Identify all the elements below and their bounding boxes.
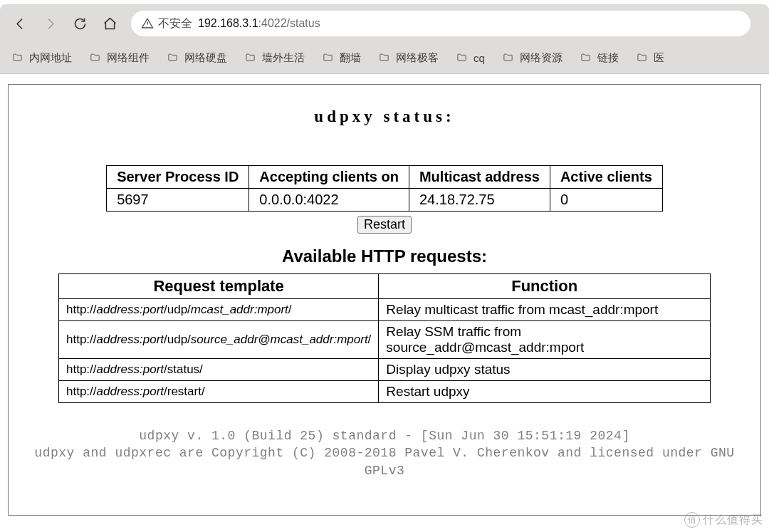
bookmark-label: 医 [654,51,664,65]
warning-icon [141,17,154,30]
bookmark-label: 网络资源 [520,51,563,65]
table-row: http://address:port/status/Display udpxy… [59,359,711,381]
security-badge[interactable]: 不安全 [141,16,192,31]
restart-button[interactable]: Restart [357,216,412,234]
bookmark-item[interactable]: 内网地址 [11,51,72,65]
back-button[interactable] [11,15,28,32]
bookmark-item[interactable]: 墙外生活 [244,51,305,65]
requests-table: Request template Function http://address… [58,273,711,403]
folder-icon [167,52,179,65]
column-header: Multicast address [409,166,550,189]
page-viewport: udpxy status: Server Process IDAccepting… [0,74,769,516]
footer-line: udpxy v. 1.0 (Build 25) standard - [Sun … [14,427,755,444]
bookmark-label: 网络组件 [107,51,150,65]
request-template-cell: http://address:port/status/ [59,359,379,381]
request-template-cell: http://address:port/restart/ [59,381,379,403]
bookmark-label: 链接 [597,51,619,65]
folder-icon [502,52,514,65]
bookmark-label: cq [474,52,485,64]
table-row: http://address:port/restart/Restart udpx… [59,381,711,403]
bookmark-label: 墙外生活 [262,51,305,65]
folder-icon [456,52,468,65]
bookmarks-bar: 内网地址网络组件网络硬盘墙外生活翻墙网络极客cq网络资源链接医 [0,43,769,74]
bookmark-label: 翻墙 [340,51,361,65]
folder-icon [11,52,23,65]
bookmark-item[interactable]: 链接 [580,51,619,65]
bookmark-label: 内网地址 [29,51,72,65]
function-cell: Display udpxy status [379,359,711,381]
page-title: udpxy status: [14,108,755,126]
function-cell: Relay multicast traffic from mcast_addr:… [379,299,711,321]
folder-icon [378,52,390,65]
col-function: Function [379,274,711,299]
folder-icon [636,52,648,65]
table-row: 56970.0.0.0:402224.18.72.750 [107,189,663,212]
folder-icon [244,52,256,65]
bookmark-item[interactable]: 网络资源 [502,51,563,65]
column-header: Active clients [550,166,662,189]
folder-icon [89,52,101,65]
footer-text: udpxy v. 1.0 (Build 25) standard - [Sun … [14,427,755,479]
table-cell: 0 [550,189,662,212]
reload-button[interactable] [71,15,88,32]
bookmark-item[interactable]: cq [456,52,485,65]
url-rest: :4022/status [258,17,320,29]
table-row: http://address:port/udp/mcast_addr:mport… [59,299,711,321]
col-request-template: Request template [59,274,379,299]
column-header: Accepting clients on [249,166,409,189]
bookmark-item[interactable]: 医 [636,51,664,65]
table-cell: 24.18.72.75 [409,189,550,212]
table-cell: 5697 [107,189,249,212]
content-frame: udpxy status: Server Process IDAccepting… [8,84,761,516]
url-text: 192.168.3.1:4022/status [198,17,320,30]
url-host: 192.168.3.1 [198,17,258,29]
folder-icon [580,52,592,65]
browser-toolbar: 不安全 192.168.3.1:4022/status [0,4,769,43]
bookmark-item[interactable]: 网络硬盘 [167,51,227,65]
request-template-cell: http://address:port/udp/source_addr@mcas… [59,321,379,359]
home-button[interactable] [101,15,118,32]
address-bar[interactable]: 不安全 192.168.3.1:4022/status [131,11,750,36]
bookmark-label: 网络极客 [396,51,439,65]
security-label: 不安全 [158,16,192,31]
table-row: http://address:port/udp/source_addr@mcas… [59,321,711,359]
bookmark-item[interactable]: 网络组件 [89,51,150,65]
bookmark-item[interactable]: 翻墙 [322,51,361,65]
status-table: Server Process IDAccepting clients onMul… [106,165,663,212]
column-header: Server Process ID [107,166,249,189]
footer-line: udpxy and udpxrec are Copyright (C) 2008… [14,444,755,479]
function-cell: Relay SSM traffic from source_addr@mcast… [379,321,711,359]
folder-icon [322,52,334,65]
bookmark-item[interactable]: 网络极客 [378,51,439,65]
bookmark-label: 网络硬盘 [184,51,227,65]
table-cell: 0.0.0.0:4022 [249,189,409,212]
request-template-cell: http://address:port/udp/mcast_addr:mport… [59,299,379,321]
function-cell: Restart udpxy [379,381,711,403]
forward-button[interactable] [41,15,58,32]
requests-heading: Available HTTP requests: [14,246,755,266]
